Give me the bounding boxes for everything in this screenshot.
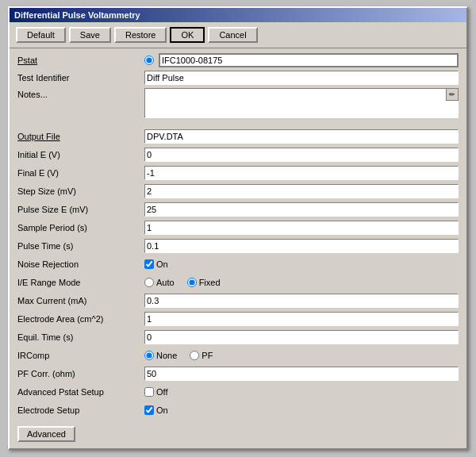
adv-pstat-label: Advanced Pstat Setup [17,387,144,397]
equil-time-label: Equil. Time (s) [17,332,144,342]
adv-pstat-check-group: Off [144,387,167,397]
equil-time-row: Equil. Time (s) [17,329,459,345]
ie-range-label: I/E Range Mode [17,278,144,287]
test-id-input[interactable] [144,71,459,85]
advanced-button[interactable]: Advanced [17,426,75,442]
sample-period-label: Sample Period (s) [17,223,144,232]
adv-pstat-off-label: Off [156,387,167,397]
window-title: Differential Pulse Voltammetry [14,10,140,20]
max-current-label: Max Current (mA) [17,296,144,305]
ircomp-none-radio[interactable] [144,351,154,360]
final-e-row: Final E (V) [17,165,459,181]
title-bar: Differential Pulse Voltammetry [10,8,466,22]
electrode-setup-check-group: On [144,405,168,415]
ie-auto-label: Auto [156,278,175,287]
notes-label: Notes... [17,88,144,99]
ie-range-group: Auto Fixed [144,278,459,287]
test-id-row: Test Identifier [17,70,459,86]
initial-e-label: Initial E (V) [17,150,144,159]
pulse-size-input[interactable] [144,202,459,217]
output-file-label: Output File [17,132,144,141]
max-current-input[interactable] [144,294,459,308]
notes-row: Notes... ✏ [17,88,459,121]
ircomp-pf-item: PF [190,351,213,360]
notes-right: ✏ [144,88,459,118]
adv-pstat-row: Advanced Pstat Setup Off [17,384,459,400]
step-size-row: Step Size (mV) [17,183,459,199]
initial-e-row: Initial E (V) [17,147,459,163]
output-file-row: Output File [17,129,459,144]
electrode-on-label: On [156,405,168,415]
ie-auto-radio[interactable] [144,278,154,287]
step-size-label: Step Size (mV) [17,186,144,196]
electrode-area-label: Electrode Area (cm^2) [17,314,144,324]
cancel-button[interactable]: Cancel [208,27,257,43]
pf-corr-label: PF Corr. (ohm) [17,369,144,378]
ok-button[interactable]: OK [170,27,205,43]
ie-range-row: I/E Range Mode Auto Fixed [17,275,459,290]
sample-period-input[interactable] [144,221,459,235]
noise-rejection-check-group: On [144,259,168,269]
ircomp-none-label: None [156,351,177,360]
adv-pstat-checkbox[interactable] [144,387,154,397]
pulse-time-input[interactable] [144,239,459,253]
pulse-time-label: Pulse Time (s) [17,241,144,251]
pulse-size-label: Pulse Size E (mV) [17,205,144,214]
notes-input[interactable] [144,88,459,118]
default-button[interactable]: Default [16,27,66,43]
ircomp-row: IRComp None PF [17,348,459,363]
equil-time-input[interactable] [144,330,459,344]
noise-rejection-on-label: On [156,259,168,269]
pulse-size-row: Pulse Size E (mV) [17,202,459,217]
test-id-label: Test Identifier [17,73,144,83]
toolbar: Default Save Restore OK Cancel [10,22,466,48]
ircomp-group: None PF [144,351,459,360]
noise-rejection-checkbox[interactable] [144,259,154,269]
ircomp-none-item: None [144,351,177,360]
advanced-btn-row: Advanced [17,423,459,442]
ie-fixed-radio[interactable] [187,278,197,287]
pstat-right [144,53,459,67]
electrode-area-row: Electrode Area (cm^2) [17,311,459,327]
ircomp-pf-label: PF [202,351,213,360]
ie-auto-item: Auto [144,278,175,287]
ie-fixed-label: Fixed [199,278,221,287]
max-current-row: Max Current (mA) [17,293,459,309]
pstat-label: Pstat [17,56,144,65]
pencil-button[interactable]: ✏ [446,88,459,101]
noise-rejection-row: Noise Rejection On [17,256,459,272]
save-button[interactable]: Save [69,27,111,43]
electrode-setup-row: Electrode Setup On [17,402,459,418]
step-size-input[interactable] [144,184,459,198]
pf-corr-input[interactable] [144,367,459,381]
electrode-setup-checkbox[interactable] [144,405,154,415]
ircomp-label: IRComp [17,351,144,360]
output-file-input[interactable] [144,129,459,144]
pstat-row: Pstat [17,53,459,67]
restore-button[interactable]: Restore [114,27,167,43]
sample-period-row: Sample Period (s) [17,220,459,236]
electrode-area-input[interactable] [144,312,459,326]
form-content: Pstat Test Identifier Notes... ✏ Output … [10,48,466,448]
ie-fixed-item: Fixed [187,278,221,287]
noise-rejection-label: Noise Rejection [17,259,144,269]
pf-corr-row: PF Corr. (ohm) [17,366,459,382]
initial-e-input[interactable] [144,148,459,162]
final-e-input[interactable] [144,166,459,180]
final-e-label: Final E (V) [17,168,144,178]
main-window: Differential Pulse Voltammetry Default S… [8,6,468,450]
pstat-input[interactable] [159,53,459,67]
pulse-time-row: Pulse Time (s) [17,238,459,254]
ircomp-pf-radio[interactable] [190,351,199,360]
electrode-setup-label: Electrode Setup [17,405,144,415]
pstat-radio[interactable] [144,56,154,65]
